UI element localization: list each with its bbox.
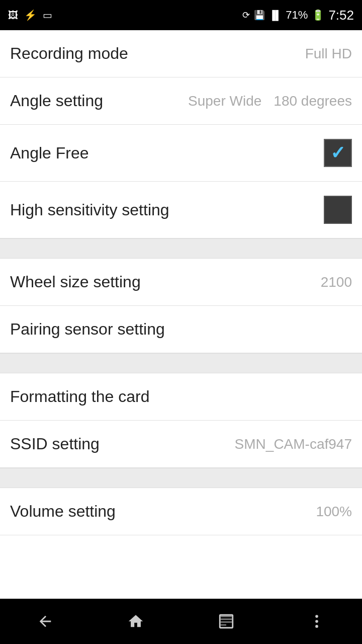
- settings-list: Recording mode Full HD Angle setting Sup…: [0, 30, 362, 599]
- recents-button[interactable]: [201, 606, 251, 636]
- more-icon: [308, 613, 325, 630]
- wheel-size-value: 2100: [321, 274, 352, 290]
- angle-free-label: Angle Free: [10, 144, 89, 163]
- settings-item-recording-mode[interactable]: Recording mode Full HD: [0, 30, 362, 77]
- section-divider-2: [0, 353, 362, 373]
- angle-setting-value: Super Wide 180 degrees: [188, 93, 352, 109]
- ssid-label: SSID setting: [10, 435, 100, 453]
- angle-free-checkmark: ✓: [330, 144, 345, 162]
- recording-mode-label: Recording mode: [10, 44, 128, 63]
- angle-setting-label: Angle setting: [10, 92, 103, 110]
- battery-percent: 71%: [286, 9, 308, 22]
- navigation-bar: [0, 599, 362, 644]
- signal-icon: ▐▌: [269, 10, 282, 21]
- screen-icon: ▭: [43, 9, 52, 21]
- battery-icon: 🔋: [312, 9, 324, 21]
- section-divider-3: [0, 468, 362, 488]
- recents-icon: [218, 613, 235, 630]
- volume-label: Volume setting: [10, 502, 116, 521]
- high-sensitivity-label: High sensitivity setting: [10, 201, 169, 219]
- settings-item-formatting-card[interactable]: Formatting the card: [0, 373, 362, 421]
- settings-item-high-sensitivity[interactable]: High sensitivity setting: [0, 182, 362, 238]
- settings-item-wheel-size[interactable]: Wheel size setting 2100: [0, 259, 362, 306]
- rotate-icon: ⟳: [242, 10, 250, 21]
- pairing-sensor-label: Pairing sensor setting: [10, 320, 165, 339]
- volume-value: 100%: [316, 504, 352, 520]
- ssid-value: SMN_CAM-caf947: [235, 436, 352, 452]
- settings-item-volume[interactable]: Volume setting 100%: [0, 488, 362, 535]
- settings-item-ssid[interactable]: SSID setting SMN_CAM-caf947: [0, 421, 362, 468]
- angle-setting-value2: 180 degrees: [274, 93, 352, 109]
- angle-setting-value1: Super Wide: [188, 93, 261, 109]
- formatting-card-label: Formatting the card: [10, 387, 149, 406]
- wheel-size-label: Wheel size setting: [10, 273, 141, 291]
- usb-icon: ⚡: [24, 9, 37, 21]
- more-button[interactable]: [292, 606, 342, 636]
- settings-item-angle-setting[interactable]: Angle setting Super Wide 180 degrees: [0, 77, 362, 125]
- angle-free-checkbox[interactable]: ✓: [324, 139, 352, 167]
- section-divider-1: [0, 238, 362, 259]
- home-button[interactable]: [111, 606, 161, 636]
- svg-point-2: [315, 620, 318, 623]
- home-icon: [127, 613, 144, 630]
- settings-item-angle-free[interactable]: Angle Free ✓: [0, 125, 362, 182]
- svg-point-3: [315, 625, 318, 628]
- settings-item-pairing-sensor[interactable]: Pairing sensor setting: [0, 306, 362, 353]
- svg-point-1: [315, 615, 318, 618]
- back-button[interactable]: [20, 606, 70, 636]
- recording-mode-value: Full HD: [305, 46, 352, 62]
- status-bar: 🖼 ⚡ ▭ ⟳ 💾 ▐▌ 71% 🔋 7:52: [0, 0, 362, 30]
- sd-card-icon: 💾: [254, 10, 265, 21]
- status-right-icons: ⟳ 💾 ▐▌ 71% 🔋 7:52: [242, 8, 354, 23]
- status-time: 7:52: [328, 8, 354, 23]
- high-sensitivity-checkbox[interactable]: [324, 196, 352, 224]
- back-icon: [37, 613, 54, 630]
- status-left-icons: 🖼 ⚡ ▭: [8, 9, 52, 21]
- image-icon: 🖼: [8, 10, 18, 21]
